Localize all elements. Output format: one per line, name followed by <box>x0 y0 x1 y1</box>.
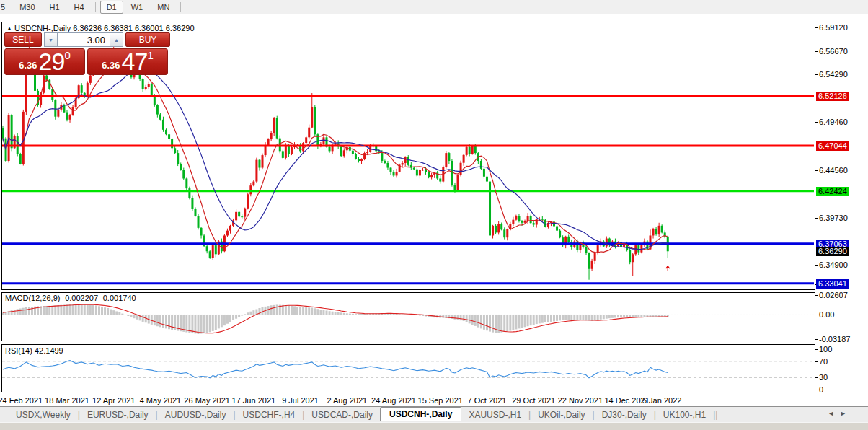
y-axis-tickmark <box>815 295 818 296</box>
y-axis-tickmark <box>815 170 818 171</box>
tab-eurusd-daily[interactable]: EURUSD-,Daily <box>80 408 156 421</box>
y-axis-tick: 6.54290 <box>819 70 848 79</box>
sell-price-panel[interactable]: 6.36 29 0 <box>4 48 85 75</box>
rsi-axis-tick: 70 <box>819 357 828 366</box>
date-axis-label: 2 Aug 2021 <box>327 396 367 405</box>
y-axis-tickmark <box>815 315 818 315</box>
buy-button[interactable]: BUY <box>125 32 170 47</box>
y-axis-tick: 6.44560 <box>819 166 848 175</box>
y-axis-tick: 6.56670 <box>819 47 848 56</box>
date-axis-label: 26 May 2021 <box>184 396 230 405</box>
level-price-badge: 6.33041 <box>816 279 849 289</box>
tab-ukoil-daily[interactable]: UKOil-,Daily <box>531 408 592 421</box>
chart-tab-bar: USDX,Weekly|EURUSD-,Daily|AUDUSD-,Daily|… <box>0 406 868 423</box>
rsi-axis-tick: 100 <box>819 345 832 354</box>
chart-ohlc-values: 6.36236 6.36381 6.36001 6.36290 <box>73 24 194 32</box>
date-axis-label: 22 Nov 2021 <box>558 396 603 405</box>
sell-button[interactable]: SELL <box>4 32 42 47</box>
date-axis-label: 18 Mar 2021 <box>45 396 89 405</box>
status-bar <box>0 422 868 430</box>
date-axis-label: 7 Oct 2021 <box>468 396 507 405</box>
macd-indicator-label: MACD(12,26,9) -0.002207 -0.001740 <box>5 294 136 302</box>
y-axis-tickmark <box>815 218 818 219</box>
y-axis-tickmark <box>815 122 818 123</box>
date-axis-label: 12 Apr 2021 <box>92 396 135 405</box>
current-price-badge: 6.36290 <box>816 247 849 256</box>
macd-axis-tick: 0.00 <box>819 310 834 319</box>
tab-usdx-weekly[interactable]: USDX,Weekly <box>9 408 78 421</box>
y-axis-tickmark <box>815 390 818 390</box>
macd-axis-tick: 0.02607 <box>819 291 848 299</box>
chart-symbol-label: USDCNH-,Daily <box>14 24 71 32</box>
buy-price-small: 6.36 <box>102 58 120 73</box>
tab-uk100-h1[interactable]: UK100-,H1 <box>656 408 713 421</box>
y-axis-tickmark <box>815 74 818 75</box>
tab-scroll-left-icon[interactable]: ◄ <box>828 410 840 417</box>
volume-increase-button[interactable]: ▲ <box>110 32 123 47</box>
y-axis-tickmark <box>815 27 818 28</box>
rsi-axis-tick: 30 <box>819 373 828 382</box>
trading-platform-window: 5M30H1H4D1W1MN ▲ USDCNH-,Daily 6.36236 6… <box>0 0 868 430</box>
chart-ohlc-header: ▲ USDCNH-,Daily 6.36236 6.36381 6.36001 … <box>6 24 195 32</box>
y-axis-tickmark <box>815 377 818 378</box>
tab-xauusd-h1[interactable]: XAUUSD-,H1 <box>461 408 528 421</box>
date-axis-label: 17 Jun 2021 <box>232 396 276 405</box>
y-axis-tick: 6.34900 <box>819 260 848 269</box>
volume-input[interactable]: 3.00 <box>58 32 110 47</box>
y-axis-tickmark <box>815 265 818 266</box>
y-axis-tickmark <box>815 51 818 52</box>
tab-usdcad-daily[interactable]: USDCAD-,Daily <box>304 408 380 421</box>
date-axis-label: 5 Jan 2022 <box>642 396 681 405</box>
date-axis-label: 29 Oct 2021 <box>512 396 555 405</box>
tab-usdcnh-daily[interactable]: USDCNH-,Daily <box>380 407 461 421</box>
macd-axis-tick: -0.03187 <box>819 335 850 343</box>
sell-price-big: 29 <box>39 50 65 73</box>
date-axis-label: 24 Feb 2021 <box>0 396 43 405</box>
date-axis-label: 9 Jul 2021 <box>282 396 319 405</box>
y-axis-tick: 6.59120 <box>819 23 848 32</box>
tab-scroll-right-icon[interactable]: ► <box>840 410 852 417</box>
tab-scroll-arrows: ◄► <box>828 410 852 417</box>
date-axis-label: 24 Aug 2021 <box>371 396 416 405</box>
y-axis-tickmark <box>815 339 818 340</box>
buy-price-panel[interactable]: 6.36 47 1 <box>87 48 168 75</box>
tab-usdchf-h4[interactable]: USDCHF-,H4 <box>236 408 303 421</box>
rsi-axis-tick: 0 <box>819 385 823 394</box>
y-axis-tickmark <box>815 361 818 362</box>
level-price-badge: 6.52126 <box>816 92 849 101</box>
sell-price-sup: 0 <box>64 50 70 61</box>
level-price-badge: 6.47044 <box>816 141 849 151</box>
y-axis-tick: 6.39730 <box>819 214 848 222</box>
collapse-triangle-icon[interactable]: ▲ <box>6 25 12 32</box>
date-axis-label: 4 May 2021 <box>140 396 181 405</box>
tab-dj30-daily[interactable]: DJ30-,Daily <box>595 408 654 421</box>
buy-price-big: 47 <box>122 50 148 73</box>
date-axis-label: 15 Sep 2021 <box>418 396 463 405</box>
y-axis-tickmark <box>815 349 818 350</box>
level-price-badge: 6.42424 <box>816 187 849 196</box>
rsi-indicator-label: RSI(14) 42.1499 <box>5 346 63 355</box>
buy-price-sup: 1 <box>147 50 153 61</box>
sell-price-small: 6.36 <box>19 58 37 73</box>
tab-separator: | <box>715 410 717 420</box>
one-click-trading-widget: SELL ▼ 3.00 ▲ BUY 6.36 29 0 6.36 47 1 <box>4 32 172 75</box>
volume-decrease-button[interactable]: ▼ <box>44 32 58 47</box>
y-axis-tick: 6.49460 <box>819 118 848 126</box>
tab-audusd-daily[interactable]: AUDUSD-,Daily <box>158 408 234 421</box>
